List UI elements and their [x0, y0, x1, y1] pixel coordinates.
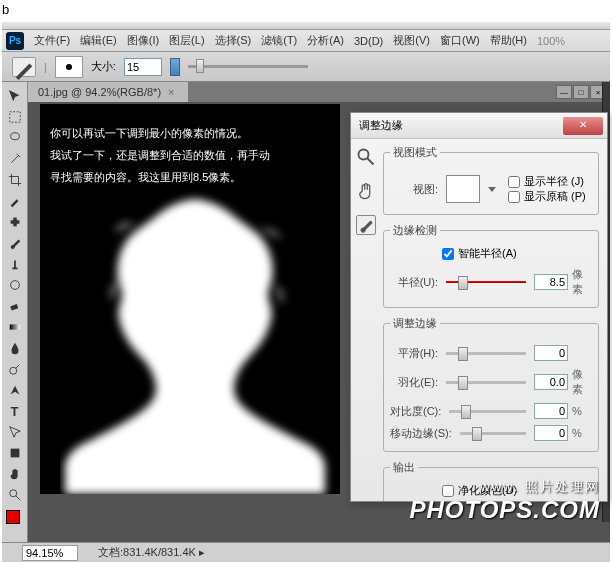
feather-input[interactable] — [534, 374, 568, 390]
unit-label: % — [572, 405, 592, 417]
menu-view[interactable]: 视图(V) — [389, 31, 434, 50]
contrast-input[interactable] — [534, 403, 568, 419]
overlay-line: 你可以再试一下调到最小的像素的情况。 — [50, 122, 270, 144]
photoshop-window: Ps 文件(F) 编辑(E) 图像(I) 图层(L) 选择(S) 滤镜(T) 分… — [2, 22, 610, 562]
view-thumbnail[interactable] — [446, 175, 480, 203]
svg-point-9 — [9, 490, 16, 497]
blur-tool-icon[interactable] — [4, 338, 26, 358]
zoom-tool-icon[interactable] — [356, 147, 376, 167]
options-bar: | 大小: — [2, 52, 610, 82]
stray-letter: b — [2, 2, 9, 17]
smooth-slider[interactable] — [446, 352, 526, 355]
current-tool-icon[interactable] — [12, 57, 36, 77]
doc-minimize-icon[interactable]: — — [556, 85, 572, 99]
stamp-tool-icon[interactable] — [4, 254, 26, 274]
view-mode-group: 视图模式 视图: 显示半径 (J) 显示原稿 (P) — [383, 145, 599, 215]
menu-image[interactable]: 图像(I) — [123, 31, 163, 50]
document-canvas[interactable]: 你可以再试一下调到最小的像素的情况。 我试了一下，还是调整到合适的数值，再手动 … — [40, 104, 340, 494]
eyedropper-tool-icon[interactable] — [4, 191, 26, 211]
contrast-slider[interactable] — [449, 410, 526, 413]
dialog-titlebar[interactable]: 调整边缘 ✕ — [351, 113, 607, 139]
hand-tool-icon[interactable] — [4, 464, 26, 484]
radius-input[interactable] — [534, 274, 568, 290]
feather-label: 羽化(E): — [390, 375, 438, 390]
radius-label: 半径(U): — [390, 275, 438, 290]
watermark: www. 照片处理网 PHOTOPS.COM — [409, 478, 600, 524]
zoom-tool-icon[interactable] — [4, 485, 26, 505]
overlay-line: 寻找需要的内容。我这里用到8.5像素。 — [50, 166, 270, 188]
show-original-label: 显示原稿 (P) — [524, 189, 586, 204]
view-dropdown-icon[interactable] — [488, 187, 496, 192]
path-tool-icon[interactable] — [4, 422, 26, 442]
menu-select[interactable]: 选择(S) — [211, 31, 256, 50]
group-label: 调整边缘 — [390, 316, 440, 331]
color-swatch[interactable] — [6, 510, 24, 528]
watermark-line: PHOTOPS.COM — [409, 496, 600, 524]
size-dropdown-icon[interactable] — [170, 58, 180, 76]
document-tab[interactable]: 01.jpg @ 94.2%(RGB/8*) × — [28, 82, 188, 102]
pen-tool-icon[interactable] — [4, 380, 26, 400]
smooth-input[interactable] — [534, 345, 568, 361]
smart-radius-checkbox[interactable] — [442, 248, 454, 260]
status-bar: 文档:831.4K/831.4K ▸ — [2, 542, 610, 562]
smooth-label: 平滑(H): — [390, 346, 438, 361]
svg-point-4 — [10, 281, 19, 290]
refine-edge-dialog: 调整边缘 ✕ 视图模式 视图: 显示半径 (J) 显示 — [350, 112, 608, 502]
menu-file[interactable]: 文件(F) — [30, 31, 74, 50]
docinfo: 文档:831.4K/831.4K ▸ — [98, 545, 205, 560]
shape-tool-icon[interactable] — [4, 443, 26, 463]
overlay-line: 我试了一下，还是调整到合适的数值，再手动 — [50, 144, 270, 166]
dialog-tool-strip — [351, 139, 381, 501]
shift-slider[interactable] — [460, 432, 526, 435]
unit-label: % — [572, 427, 592, 439]
eraser-tool-icon[interactable] — [4, 296, 26, 316]
marquee-tool-icon[interactable] — [4, 107, 26, 127]
type-tool-icon[interactable]: T — [4, 401, 26, 421]
dialog-title: 调整边缘 — [359, 118, 403, 133]
show-radius-checkbox[interactable] — [508, 176, 520, 188]
watermark-line: www. 照片处理网 — [409, 478, 600, 496]
brush-size-input[interactable] — [124, 58, 162, 76]
document-tab-label: 01.jpg @ 94.2%(RGB/8*) — [38, 86, 161, 98]
dialog-close-button[interactable]: ✕ — [563, 117, 603, 135]
brush-size-slider[interactable] — [188, 65, 308, 68]
menu-filter[interactable]: 滤镜(T) — [257, 31, 301, 50]
doc-maximize-icon[interactable]: □ — [573, 85, 589, 99]
feather-slider[interactable] — [446, 381, 526, 384]
contrast-label: 对比度(C): — [390, 404, 441, 419]
brush-tool-icon[interactable] — [4, 233, 26, 253]
tab-close-icon[interactable]: × — [165, 86, 177, 98]
menu-edit[interactable]: 编辑(E) — [76, 31, 121, 50]
menu-bar: 文件(F) 编辑(E) 图像(I) 图层(L) 选择(S) 滤镜(T) 分析(A… — [2, 30, 610, 52]
menu-help[interactable]: 帮助(H) — [486, 31, 531, 50]
shift-label: 移动边缘(S): — [390, 426, 452, 441]
menu-window[interactable]: 窗口(W) — [436, 31, 484, 50]
wand-tool-icon[interactable] — [4, 149, 26, 169]
heal-tool-icon[interactable] — [4, 212, 26, 232]
svg-rect-6 — [9, 324, 20, 329]
hand-tool-icon[interactable] — [356, 181, 376, 201]
gradient-tool-icon[interactable] — [4, 317, 26, 337]
radius-slider[interactable] — [446, 281, 526, 283]
crop-tool-icon[interactable] — [4, 170, 26, 190]
svg-rect-3 — [13, 218, 17, 227]
move-tool-icon[interactable] — [4, 86, 26, 106]
history-brush-icon[interactable] — [4, 275, 26, 295]
lasso-tool-icon[interactable] — [4, 128, 26, 148]
menu-analysis[interactable]: 分析(A) — [303, 31, 348, 50]
toolbox: T — [2, 82, 28, 542]
show-original-checkbox[interactable] — [508, 191, 520, 203]
shift-input[interactable] — [534, 425, 568, 441]
zoom-input[interactable] — [22, 545, 78, 561]
svg-point-7 — [9, 367, 16, 374]
dodge-tool-icon[interactable] — [4, 359, 26, 379]
unit-label: 像素 — [572, 267, 592, 297]
svg-rect-5 — [10, 304, 18, 311]
edge-detect-group: 边缘检测 智能半径(A) 半径(U): 像素 — [383, 223, 599, 308]
svg-point-1 — [10, 133, 19, 140]
refine-brush-icon[interactable] — [356, 215, 376, 235]
brush-preview[interactable] — [55, 56, 83, 78]
menu-3d[interactable]: 3D(D) — [350, 33, 387, 49]
group-label: 输出 — [390, 460, 418, 475]
menu-layer[interactable]: 图层(L) — [165, 31, 208, 50]
